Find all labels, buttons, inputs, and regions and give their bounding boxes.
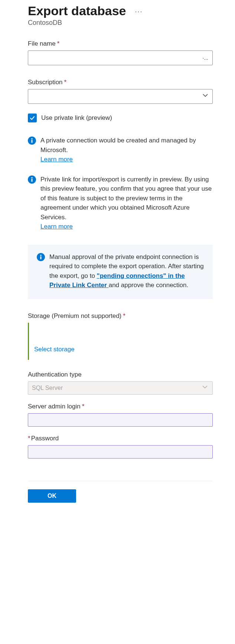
- svg-rect-8: [40, 256, 42, 259]
- svg-rect-2: [32, 140, 33, 143]
- database-name: ContosoDB: [28, 19, 213, 27]
- auth-type-label: Authentication type: [28, 371, 213, 378]
- info-preview-terms: Private link for import/export is curren…: [40, 175, 213, 231]
- password-input[interactable]: [28, 445, 213, 459]
- chevron-down-icon: [202, 384, 208, 391]
- learn-more-link-1[interactable]: Learn more: [40, 156, 73, 163]
- filename-label: File name*: [28, 40, 213, 47]
- admin-login-input[interactable]: [28, 413, 213, 427]
- learn-more-link-2[interactable]: Learn more: [40, 223, 73, 230]
- private-link-label: Use private link (preview): [41, 114, 112, 122]
- auth-type-select: SQL Server: [28, 381, 213, 395]
- private-link-checkbox[interactable]: [28, 114, 37, 122]
- page-title: Export database: [28, 4, 126, 18]
- subscription-select[interactable]: [28, 89, 213, 104]
- more-icon[interactable]: ···: [135, 6, 143, 16]
- storage-selector[interactable]: Select storage: [28, 323, 213, 360]
- info-icon: [28, 137, 36, 145]
- storage-label: Storage (Premium not supported)*: [28, 312, 213, 320]
- svg-rect-5: [32, 179, 33, 182]
- password-label: *Password: [28, 435, 213, 442]
- info-icon: [28, 175, 36, 184]
- select-storage-link[interactable]: Select storage: [34, 346, 75, 353]
- svg-point-1: [31, 138, 32, 139]
- info-private-connection: A private connection would be created an…: [40, 136, 213, 164]
- subscription-label: Subscription*: [28, 79, 213, 86]
- info-icon: [37, 253, 45, 261]
- svg-point-7: [40, 254, 41, 256]
- filename-input[interactable]: [28, 50, 213, 65]
- manual-approval-text-post: and approve the connection.: [109, 282, 189, 289]
- svg-point-4: [31, 177, 32, 178]
- ok-button[interactable]: OK: [28, 489, 76, 503]
- admin-login-label: Server admin login*: [28, 403, 213, 410]
- manual-approval-callout: Manual approval of the private endpoint …: [28, 245, 213, 299]
